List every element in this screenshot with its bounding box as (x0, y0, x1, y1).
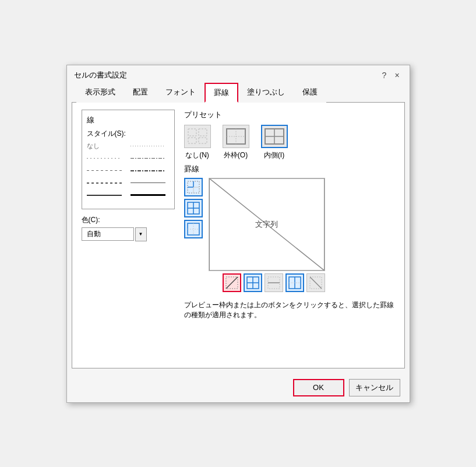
border-section-title: 罫線 (184, 164, 395, 174)
tab-protection[interactable]: 保護 (294, 83, 326, 103)
ok-button[interactable]: OK (293, 379, 344, 396)
title-bar: セルの書式設定 ? × (67, 65, 410, 83)
cancel-button[interactable]: キャンセル (349, 379, 400, 396)
preset-title: プリセット (184, 110, 395, 120)
svg-line-24 (226, 277, 238, 289)
help-button[interactable]: ? (379, 70, 390, 80)
style-dashed1[interactable] (87, 166, 126, 176)
style-dotted1[interactable] (87, 153, 126, 164)
style-solid-thick[interactable] (131, 190, 170, 201)
preset-none-icon (184, 125, 211, 148)
border-btn-outer[interactable] (184, 220, 203, 238)
border-btn-diagonal-selected[interactable] (223, 273, 241, 292)
preview-column: 文字列 (209, 178, 325, 292)
border-controls-wrap (184, 178, 203, 292)
preset-inner-icon (261, 125, 288, 148)
color-value[interactable]: 自動 (82, 227, 134, 241)
border-btn-diagonal-right[interactable] (306, 273, 325, 292)
style-solid1[interactable] (131, 178, 170, 188)
preset-inner-label: 内側(I) (264, 150, 284, 160)
svg-line-34 (310, 277, 322, 289)
style-none[interactable]: なし (87, 141, 126, 152)
tab-alignment[interactable]: 配置 (124, 83, 157, 103)
preview-area[interactable]: 文字列 (209, 178, 325, 271)
svg-rect-0 (188, 129, 196, 136)
style-dashed2[interactable] (87, 178, 126, 188)
border-btn-middle-h[interactable] (265, 273, 283, 292)
svg-rect-1 (199, 129, 207, 136)
svg-rect-2 (188, 138, 196, 143)
close-button[interactable]: × (392, 70, 403, 80)
preset-none[interactable]: なし(N) (184, 125, 211, 160)
color-select: 自動 ▼ (82, 227, 175, 241)
dialog-title: セルの書式設定 (74, 70, 127, 80)
tab-borders[interactable]: 罫線 (204, 83, 238, 103)
style-label: スタイル(S): (87, 129, 170, 139)
border-controls: 文字列 (184, 178, 395, 292)
tab-fill[interactable]: 塗りつぶし (238, 83, 294, 103)
border-btn-top-left-fill[interactable] (184, 178, 203, 196)
border-left-buttons (184, 178, 203, 238)
color-label: 色(C): (82, 215, 175, 225)
preset-row: なし(N) 外枠(O) (184, 125, 395, 160)
border-bottom-row (209, 273, 325, 292)
tab-bar: 表示形式 配置 フォント 罫線 塗りつぶし 保護 (72, 83, 405, 103)
style-solid-medium[interactable] (87, 190, 126, 201)
preset-outer[interactable]: 外枠(O) (223, 125, 249, 160)
line-section-title: 線 (87, 115, 170, 125)
style-dash-dot[interactable] (131, 153, 170, 164)
border-btn-center-cross[interactable] (244, 273, 262, 292)
color-dropdown-button[interactable]: ▼ (135, 227, 147, 241)
preview-text: 文字列 (255, 219, 278, 230)
style-dotted-fine[interactable] (131, 141, 170, 152)
preset-outer-label: 外枠(O) (224, 150, 248, 160)
tab-content: 線 スタイル(S): なし (72, 103, 405, 368)
hint-text: プレビュー枠内または上のボタンをクリックすると、選択した罫線の種類が適用されます… (184, 300, 395, 320)
style-dash-dot2[interactable] (131, 166, 170, 176)
title-bar-controls: ? × (379, 70, 403, 80)
tab-font[interactable]: フォント (157, 83, 204, 103)
footer: OK キャンセル (67, 373, 410, 402)
svg-rect-3 (199, 138, 207, 143)
format-cells-dialog: セルの書式設定 ? × 表示形式 配置 フォント 罫線 塗りつぶし 保護 (66, 65, 410, 403)
tab-display-format[interactable]: 表示形式 (76, 83, 124, 103)
style-grid: なし (87, 141, 170, 201)
color-section: 色(C): 自動 ▼ (82, 215, 175, 241)
border-btn-all[interactable] (184, 199, 203, 217)
border-btn-right-cross[interactable] (285, 273, 304, 292)
preset-inner[interactable]: 内側(I) (261, 125, 288, 160)
preset-outer-icon (223, 125, 249, 148)
line-section: 線 スタイル(S): なし (82, 110, 175, 209)
preset-none-label: なし(N) (185, 150, 209, 160)
right-panel: プリセット なし(N) (184, 110, 395, 320)
left-panel: 線 スタイル(S): なし (82, 110, 175, 320)
